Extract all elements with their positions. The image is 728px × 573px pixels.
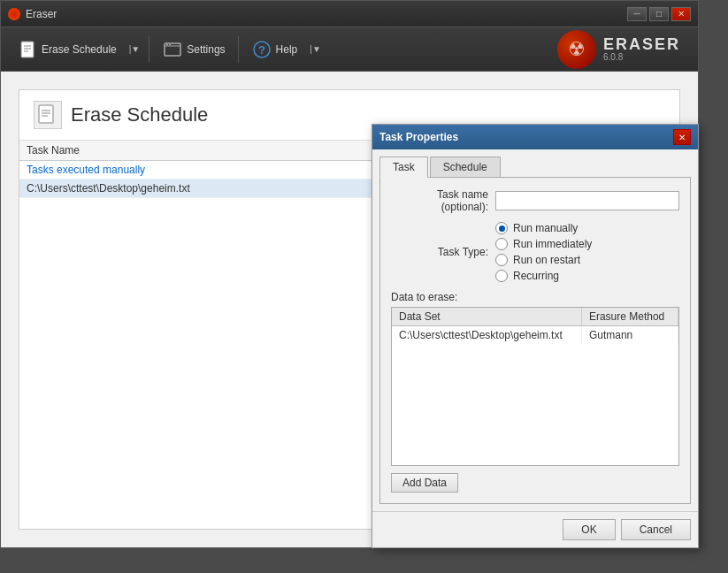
svg-rect-10 <box>39 105 53 123</box>
radio-label-restart: Run on restart <box>513 254 580 266</box>
settings-label: Settings <box>187 43 225 56</box>
task-name-row: Task name (optional): <box>391 188 679 213</box>
radio-dot-recurring <box>495 270 508 282</box>
schedule-title: Erase Schedule <box>71 103 208 126</box>
task-name-input[interactable] <box>495 191 679 210</box>
radio-recurring[interactable]: Recurring <box>495 270 679 282</box>
eraser-logo: ERASER 6.0.8 <box>557 30 689 69</box>
cancel-button[interactable]: Cancel <box>621 519 691 540</box>
data-table: Data Set Erasure Method C:\Users\cttest\… <box>392 308 678 344</box>
erase-schedule-label: Erase Schedule <box>42 43 117 56</box>
title-bar: Eraser ─ □ ✕ <box>1 1 698 27</box>
eraser-logo-icon <box>557 30 596 69</box>
help-label: Help <box>276 43 298 56</box>
help-button[interactable]: ? Help <box>244 34 305 65</box>
data-set-cell: C:\Users\cttest\Desktop\geheim.txt <box>392 326 581 345</box>
add-data-button[interactable]: Add Data <box>391 473 458 493</box>
erase-schedule-icon <box>17 39 38 60</box>
settings-icon <box>162 39 183 60</box>
erase-schedule-button[interactable]: Erase Schedule <box>10 34 124 65</box>
radio-label-immediately: Run immediately <box>513 238 592 250</box>
erasure-method-cell: Gutmann <box>581 326 678 345</box>
toolbar-divider-1 <box>149 36 149 63</box>
data-to-erase-label: Data to erase: <box>391 291 679 303</box>
minimize-button[interactable]: ─ <box>627 7 647 21</box>
app-icon <box>8 8 20 20</box>
dialog-title-bar: Task Properties ✕ <box>372 125 698 149</box>
toolbar-divider-2 <box>238 36 239 63</box>
help-icon: ? <box>251 39 272 60</box>
dialog-footer: OK Cancel <box>372 511 698 547</box>
dialog-close-button[interactable]: ✕ <box>673 129 691 145</box>
svg-point-7 <box>169 43 171 45</box>
dialog-body: Task Schedule Task name (optional): Task… <box>372 149 698 511</box>
tab-schedule[interactable]: Schedule <box>430 157 501 177</box>
svg-rect-0 <box>21 42 34 57</box>
tab-content: Task name (optional): Task Type: Run man… <box>379 177 691 504</box>
eraser-logo-version: 6.0.8 <box>603 52 680 62</box>
task-properties-dialog: Task Properties ✕ Task Schedule Task nam… <box>372 124 699 548</box>
task-name-label: Task name (optional): <box>391 188 488 213</box>
radio-label-manually: Run manually <box>513 222 578 234</box>
radio-label-recurring: Recurring <box>513 270 559 282</box>
toolbar-left: Erase Schedule |▼ Settings <box>10 34 325 65</box>
eraser-logo-name: ERASER <box>603 36 680 52</box>
svg-text:?: ? <box>258 43 265 57</box>
help-dropdown[interactable]: |▼ <box>306 44 325 54</box>
dialog-title: Task Properties <box>379 131 458 143</box>
tab-task[interactable]: Task <box>379 157 428 178</box>
ok-button[interactable]: OK <box>563 519 615 540</box>
window-controls: ─ □ ✕ <box>627 7 691 21</box>
col-erasure-method: Erasure Method <box>581 308 678 326</box>
radio-run-manually[interactable]: Run manually <box>495 222 679 234</box>
eraser-logo-info: ERASER 6.0.8 <box>603 36 680 62</box>
svg-point-6 <box>166 43 168 45</box>
task-type-radio-group: Run manually Run immediately Run on rest… <box>495 222 679 282</box>
title-bar-left: Eraser <box>8 8 57 20</box>
window-title: Eraser <box>26 8 57 20</box>
task-type-label: Task Type: <box>391 246 488 258</box>
erase-schedule-dropdown[interactable]: |▼ <box>126 44 144 54</box>
settings-button[interactable]: Settings <box>155 34 232 65</box>
radio-run-immediately[interactable]: Run immediately <box>495 238 679 250</box>
tab-bar: Task Schedule <box>379 157 691 177</box>
col-data-set: Data Set <box>392 308 581 326</box>
radio-dot-restart <box>495 254 508 266</box>
radio-dot-manually <box>495 222 508 234</box>
task-type-row: Task Type: Run manually Run immediately <box>391 222 679 282</box>
maximize-button[interactable]: □ <box>649 7 669 21</box>
data-table-header-row: Data Set Erasure Method <box>392 308 678 326</box>
radio-dot-immediately <box>495 238 508 250</box>
data-table-wrapper: Data Set Erasure Method C:\Users\cttest\… <box>391 307 679 466</box>
toolbar: Erase Schedule |▼ Settings <box>1 27 698 72</box>
close-button[interactable]: ✕ <box>671 7 691 21</box>
data-row[interactable]: C:\Users\cttest\Desktop\geheim.txt Gutma… <box>392 326 678 345</box>
radio-run-on-restart[interactable]: Run on restart <box>495 254 679 266</box>
schedule-header-icon <box>34 101 62 129</box>
